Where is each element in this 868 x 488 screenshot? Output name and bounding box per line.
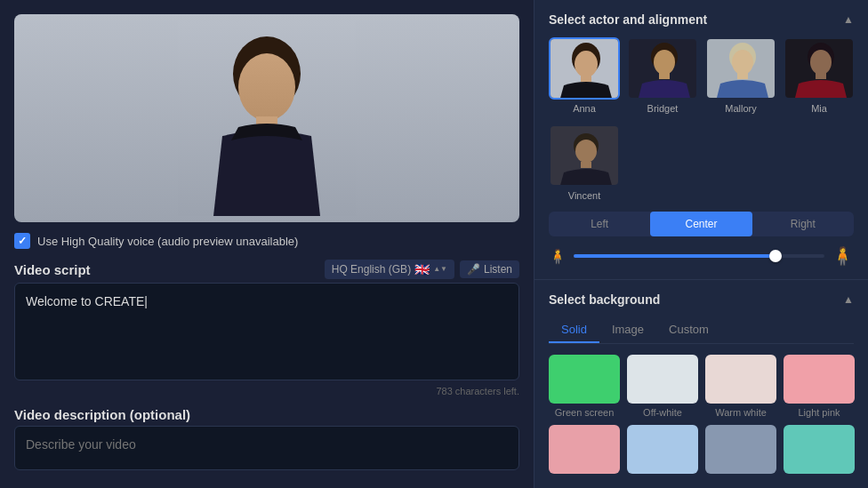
actor-card-mallory[interactable]: Mallory	[705, 37, 776, 114]
off-white-label: Off-white	[643, 407, 682, 418]
actor-figure-svg	[178, 20, 356, 216]
bg-color-warm-white[interactable]: Warm white	[705, 355, 776, 418]
slider-fill	[574, 254, 775, 258]
bg-tabs: Solid Image Custom	[549, 317, 854, 344]
listen-label: Listen	[484, 263, 512, 276]
actor-section: Select actor and alignment ▲ Anna	[534, 0, 868, 280]
actor-thumb-mia	[784, 37, 855, 100]
slider-track[interactable]	[574, 254, 824, 258]
right-panel: Select actor and alignment ▲ Anna	[534, 0, 868, 488]
bg-color-green-screen[interactable]: Green screen	[549, 355, 620, 418]
align-center-button[interactable]: Center	[650, 212, 751, 236]
svg-rect-19	[816, 73, 826, 79]
actor-card-vincent[interactable]: Vincent	[549, 124, 620, 201]
bg-tab-custom[interactable]: Custom	[656, 317, 721, 343]
actor-thumb-bridget	[627, 37, 698, 100]
svg-point-2	[238, 53, 295, 121]
hq-checkbox-row: Use High Quality voice (audio preview un…	[14, 233, 519, 249]
listen-button[interactable]: 🎤 Listen	[460, 260, 519, 278]
video-description-section: Video description (optional)	[14, 407, 519, 474]
actor-thumb-mallory	[705, 37, 776, 100]
bg-color-pink2[interactable]	[549, 425, 620, 477]
background-section-chevron[interactable]: ▲	[843, 293, 854, 306]
mia-svg	[785, 39, 855, 100]
teal-swatch	[784, 425, 855, 474]
vincent-name: Vincent	[568, 190, 601, 201]
svg-rect-23	[581, 162, 591, 168]
mallory-name: Mallory	[725, 103, 756, 114]
bg-colors-grid: Green screen Off-white Warm white Light …	[549, 355, 854, 477]
bg-color-light-blue[interactable]	[627, 425, 698, 477]
flag-icon: 🇬🇧	[414, 262, 430, 276]
vincent-row: Vincent	[549, 124, 854, 201]
green-screen-label: Green screen	[555, 407, 615, 418]
background-section: Select background ▲ Solid Image Custom G…	[534, 280, 868, 488]
char-count: 783 characters left.	[14, 386, 519, 396]
script-header: Video script HQ English (GB) 🇬🇧 ▲▼ 🎤 Lis…	[14, 260, 519, 279]
bg-tab-solid[interactable]: Solid	[549, 317, 599, 343]
bridget-name: Bridget	[647, 103, 679, 114]
light-blue-swatch	[627, 425, 698, 474]
language-badge[interactable]: HQ English (GB) 🇬🇧 ▲▼	[325, 260, 454, 279]
align-left-button[interactable]: Left	[549, 212, 650, 236]
person-large-icon: 🧍	[832, 245, 854, 267]
slider-row: 🧍 🧍	[549, 245, 854, 267]
video-preview	[14, 14, 519, 222]
slider-thumb[interactable]	[769, 250, 782, 262]
video-script-section: Video script HQ English (GB) 🇬🇧 ▲▼ 🎤 Lis…	[14, 260, 519, 396]
background-section-title: Select background	[549, 292, 660, 307]
updown-arrows: ▲▼	[433, 266, 447, 273]
svg-rect-7	[581, 75, 591, 82]
svg-point-18	[810, 50, 832, 75]
hq-checkbox[interactable]	[14, 233, 30, 249]
actor-section-title: Select actor and alignment	[549, 12, 707, 27]
bg-color-light-pink[interactable]: Light pink	[784, 355, 855, 418]
svg-rect-11	[659, 73, 670, 79]
pink2-swatch	[549, 425, 620, 474]
svg-point-14	[732, 50, 753, 75]
align-right-button[interactable]: Right	[752, 212, 854, 236]
description-textarea[interactable]	[14, 426, 519, 470]
actor-card-anna[interactable]: Anna	[549, 37, 620, 114]
bg-color-gray-blue[interactable]	[705, 425, 776, 477]
actor-section-chevron[interactable]: ▲	[843, 13, 854, 26]
actors-grid: Anna Bridget	[549, 37, 854, 114]
description-title: Video description (optional)	[14, 407, 190, 422]
bg-color-off-white[interactable]: Off-white	[627, 355, 698, 418]
mallory-svg	[707, 39, 776, 100]
anna-name: Anna	[573, 103, 596, 114]
actor-card-mia[interactable]: Mia	[784, 37, 855, 114]
language-label: HQ English (GB)	[332, 263, 411, 276]
bg-tab-image[interactable]: Image	[599, 317, 656, 343]
alignment-row: Left Center Right	[549, 212, 854, 236]
actor-thumb-vincent	[549, 124, 620, 187]
light-pink-label: Light pink	[798, 407, 840, 418]
mia-name: Mia	[811, 103, 827, 114]
gray-blue-swatch	[705, 425, 776, 474]
actor-thumb-anna	[549, 37, 620, 100]
hq-label: Use High Quality voice (audio preview un…	[37, 235, 298, 248]
mic-icon: 🎤	[467, 263, 480, 276]
bg-color-teal[interactable]	[784, 425, 855, 477]
light-pink-swatch	[784, 355, 855, 404]
bridget-svg	[629, 39, 698, 100]
green-screen-swatch	[549, 355, 620, 404]
person-small-icon: 🧍	[549, 248, 567, 265]
off-white-swatch	[627, 355, 698, 404]
actor-silhouette	[14, 14, 519, 222]
svg-point-22	[575, 140, 597, 163]
background-section-header: Select background ▲	[549, 292, 854, 307]
script-textarea[interactable]: Welcome to CREATE|	[14, 283, 519, 380]
actor-card-bridget[interactable]: Bridget	[627, 37, 698, 114]
svg-point-10	[654, 50, 675, 75]
warm-white-swatch	[705, 355, 776, 404]
warm-white-label: Warm white	[715, 407, 767, 418]
svg-point-6	[575, 51, 598, 77]
script-title: Video script	[14, 262, 91, 277]
anna-svg	[551, 39, 620, 100]
left-panel: Use High Quality voice (audio preview un…	[0, 0, 534, 488]
description-header: Video description (optional)	[14, 407, 519, 422]
vincent-svg	[551, 126, 620, 187]
actor-section-header: Select actor and alignment ▲	[549, 12, 854, 27]
svg-rect-15	[737, 73, 748, 79]
